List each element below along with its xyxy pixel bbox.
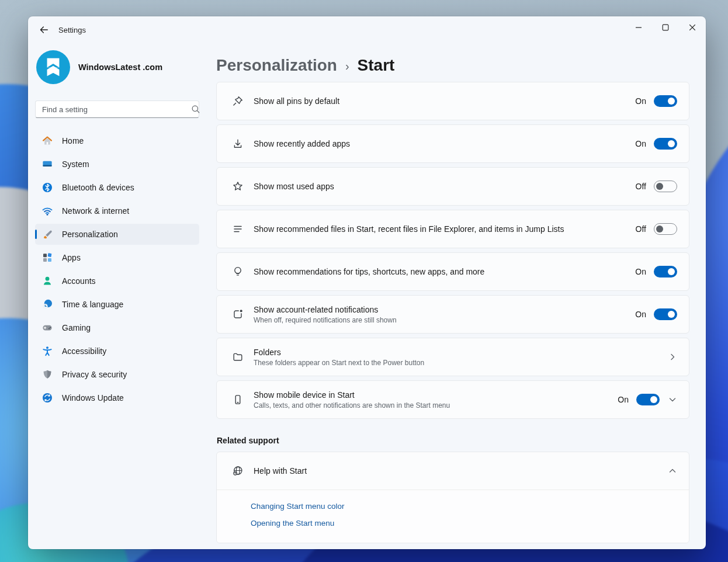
settings-row-show-recently-added[interactable]: Show recently added apps On (216, 124, 689, 163)
breadcrumb-personalization[interactable]: Personalization (216, 56, 337, 75)
pin-icon (232, 95, 244, 107)
sidebar-item-system[interactable]: System (35, 154, 199, 175)
accessibility-icon (41, 345, 53, 357)
sidebar-item-label: Bluetooth & devices (62, 183, 134, 192)
sidebar-item-personalization[interactable]: Personalization (35, 224, 199, 245)
setting-control: On (635, 266, 677, 277)
sidebar-item-label: Accessibility (62, 346, 106, 356)
help-card: Help with Start Changing Start menu colo… (216, 452, 689, 543)
setting-title: Show most used apps (254, 182, 636, 191)
toggle-switch[interactable] (654, 223, 677, 235)
sidebar-item-accounts[interactable]: Accounts (35, 270, 199, 292)
help-with-start-row[interactable]: Help with Start (217, 452, 689, 490)
settings-row-show-recommendations[interactable]: Show recommendations for tips, shortcuts… (216, 252, 689, 291)
page-title: Start (358, 56, 395, 75)
settings-row-folders[interactable]: Folders These folders appear on Start ne… (216, 338, 689, 376)
toggle-switch[interactable] (654, 181, 677, 192)
toggle-switch[interactable] (654, 308, 677, 320)
setting-control: Off (636, 181, 677, 192)
accounts-icon (41, 275, 53, 287)
star-icon (232, 181, 244, 192)
toggle-state-label: On (635, 267, 646, 276)
setting-control (668, 352, 677, 362)
globe-help-icon (232, 465, 244, 477)
sidebar-item-accessibility[interactable]: Accessibility (35, 341, 199, 362)
sidebar-item-label: Privacy & security (62, 370, 127, 379)
toggle-knob (656, 183, 663, 190)
sidebar-item-apps[interactable]: Apps (35, 247, 199, 268)
back-button[interactable] (34, 21, 54, 39)
bluetooth-icon (41, 182, 53, 193)
toggle-state-label: On (635, 310, 646, 319)
user-profile[interactable]: WindowsLatest .com (35, 49, 206, 85)
sidebar-item-network-internet[interactable]: Network & internet (35, 200, 199, 221)
setting-title: Show recommended files in Start, recent … (254, 224, 636, 234)
sidebar-item-label: Time & language (62, 300, 123, 309)
chevron-up-icon[interactable] (668, 466, 677, 476)
related-support-heading: Related support (217, 436, 689, 445)
sidebar-item-windows-update[interactable]: Windows Update (35, 387, 199, 408)
sidebar-item-label: Home (62, 136, 84, 145)
sidebar-item-label: System (62, 159, 89, 169)
setting-subtitle: When off, required notifications are sti… (254, 316, 635, 324)
privacy-icon (41, 369, 53, 380)
sidebar-item-label: Windows Update (62, 393, 124, 403)
toggle-knob (668, 140, 675, 147)
network-icon (41, 205, 53, 217)
sidebar-item-label: Network & internet (62, 206, 129, 216)
window-controls (625, 16, 706, 39)
toggle-switch[interactable] (654, 266, 677, 277)
maximize-icon (661, 23, 670, 32)
close-icon (688, 23, 697, 32)
search-icon (190, 104, 201, 115)
toggle-knob (668, 311, 675, 318)
settings-row-show-all-pins[interactable]: Show all pins by default On (216, 82, 689, 120)
sidebar-item-gaming[interactable]: Gaming (35, 317, 199, 338)
toggle-state-label: On (618, 395, 629, 404)
sidebar-nav: Home System Bluetooth & devices Network … (35, 130, 206, 408)
toggle-knob (650, 396, 657, 403)
sidebar-item-time-language[interactable]: Time & language (35, 294, 199, 315)
window-title: Settings (58, 26, 86, 34)
minimize-button[interactable] (625, 16, 652, 39)
toggle-switch[interactable] (654, 95, 677, 107)
chevron-right-icon[interactable] (668, 352, 677, 362)
sidebar-item-home[interactable]: Home (35, 130, 199, 151)
setting-title: Show recommendations for tips, shortcuts… (254, 267, 635, 276)
setting-title: Show recently added apps (254, 139, 635, 148)
setting-control: On (635, 138, 677, 150)
maximize-button[interactable] (652, 16, 679, 39)
setting-title: Show all pins by default (254, 96, 635, 106)
list-lines-icon (232, 223, 244, 235)
chevron-down-icon[interactable] (668, 395, 677, 404)
setting-subtitle: Calls, texts, and other notifications ar… (254, 401, 618, 410)
settings-row-show-mobile-device[interactable]: Show mobile device in Start Calls, texts… (216, 380, 689, 419)
apps-icon (41, 252, 53, 263)
help-link[interactable]: Opening the Start menu (251, 515, 689, 532)
help-link[interactable]: Changing Start menu color (251, 498, 689, 515)
settings-list: Show all pins by default On Show recentl… (216, 82, 689, 419)
system-icon (41, 158, 53, 170)
sidebar-item-bluetooth-devices[interactable]: Bluetooth & devices (35, 177, 199, 198)
phone-icon (232, 394, 244, 405)
settings-row-show-account-notifications[interactable]: Show account-related notifications When … (216, 295, 689, 334)
toggle-switch[interactable] (636, 394, 660, 405)
sidebar-item-privacy-security[interactable]: Privacy & security (35, 364, 199, 385)
setting-control: On (618, 394, 677, 405)
help-links: Changing Start menu colorOpening the Sta… (217, 490, 689, 543)
help-label: Help with Start (254, 466, 668, 476)
home-icon (41, 135, 53, 147)
toggle-switch[interactable] (654, 138, 677, 150)
search-input[interactable] (35, 100, 199, 118)
settings-row-show-most-used[interactable]: Show most used apps Off (216, 167, 689, 206)
settings-row-show-recommended-files[interactable]: Show recommended files in Start, recent … (216, 210, 689, 248)
setting-control: On (635, 308, 677, 320)
sidebar-item-label: Personalization (62, 230, 118, 239)
setting-title: Folders (254, 348, 668, 357)
titlebar: Settings (28, 16, 706, 44)
breadcrumb: Personalization › Start (216, 54, 689, 77)
sidebar-item-label: Apps (62, 253, 81, 262)
close-button[interactable] (679, 16, 706, 39)
main-content: Personalization › Start Show all pins by… (216, 49, 689, 543)
breadcrumb-separator: › (345, 58, 349, 73)
